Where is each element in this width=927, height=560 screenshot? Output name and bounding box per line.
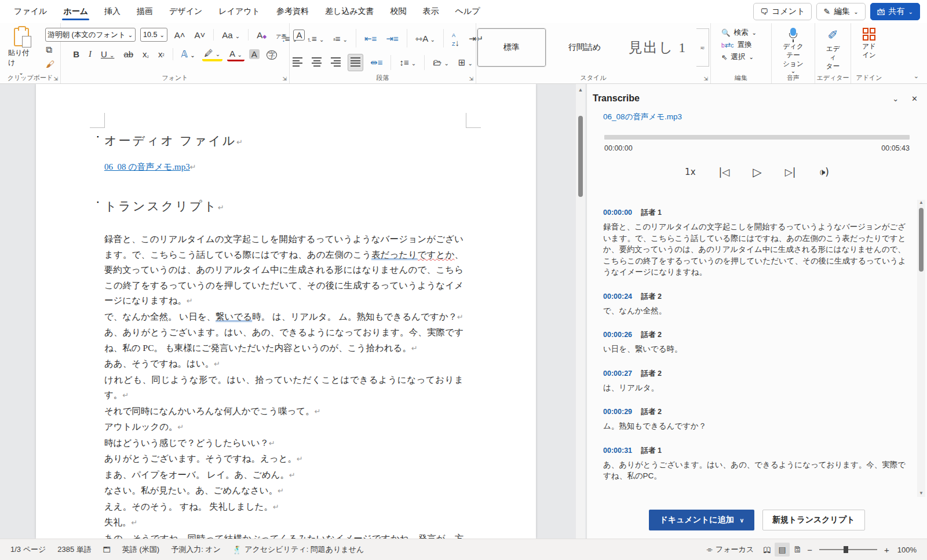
zoom-out-button[interactable]: − <box>805 545 815 555</box>
audio-file-link[interactable]: 06_08 の音声メモ.mp3 <box>104 162 190 171</box>
character-shading-button[interactable]: A <box>249 49 260 59</box>
find-button[interactable]: 🔍検索⌄ <box>719 27 759 39</box>
menu-tab[interactable]: 表示 <box>415 1 447 23</box>
word-count[interactable]: 2385 単語 <box>52 544 97 555</box>
menu-tab[interactable]: 描画 <box>129 1 161 23</box>
transcript-entry[interactable]: 00:00:26 話者 2 い日を、繋いでる時。 <box>603 330 906 355</box>
share-button[interactable]: 🖄 共有 ⌄ <box>870 3 920 20</box>
transcript-entry[interactable]: 00:00:27 話者 2 は、リアルタ。 <box>603 369 906 394</box>
strikethrough-button[interactable]: ab <box>121 48 136 60</box>
increase-indent-button[interactable]: ⇥≡ <box>384 32 400 45</box>
replace-button[interactable]: b⇄c置換 <box>719 39 754 51</box>
font-size-select[interactable]: 10.5⌄ <box>140 28 167 42</box>
character-scale-button[interactable]: ⇿A ⌄ <box>413 32 437 45</box>
entry-timestamp[interactable]: 00:00:00 <box>603 208 632 217</box>
entry-timestamp[interactable]: 00:00:27 <box>603 369 632 378</box>
grow-font-button[interactable]: A˄ <box>172 29 188 41</box>
clear-formatting-button[interactable]: A◆ <box>254 29 269 41</box>
doc-body-text[interactable]: 録音と、このリアルタイムの文字起こしを開始するっていうようなバージョンがございま… <box>104 232 464 539</box>
add-to-document-button[interactable]: ドキュメントに追加 ∨ <box>649 510 754 530</box>
doc-heading-transcript[interactable]: ▪トランスクリプト↵ <box>104 198 464 214</box>
bullets-button[interactable]: ⁚≡ ⌄ <box>280 32 300 45</box>
sort-button[interactable]: AZ↓ <box>450 28 462 49</box>
enclose-characters-button[interactable]: 字 <box>264 48 279 60</box>
dictation-button[interactable]: ディクテー ション ⌄ <box>775 27 811 75</box>
style-heading1[interactable]: 見出し 1 <box>623 28 692 67</box>
menu-tab[interactable]: ヘルプ <box>447 1 488 23</box>
transcript-entry[interactable]: 00:00:00 話者 1 録音と、このリアルタイムの文字起こしを開始するってい… <box>603 208 906 278</box>
style-no-spacing[interactable]: 行間詰め <box>550 28 619 67</box>
pane-collapse-icon[interactable]: ⌄ <box>892 94 899 103</box>
entry-text[interactable]: 録音と、このリアルタイムの文字起こしを開始するっていうようなバージョンがございま… <box>603 221 906 278</box>
numbering-button[interactable]: ⒈≡ ⌄ <box>304 32 326 45</box>
select-button[interactable]: ⇖選択⌄ <box>719 51 756 63</box>
transcript-scrollbar[interactable]: ▲ ▼ <box>917 200 925 497</box>
bold-button[interactable]: B <box>71 48 82 60</box>
entry-text[interactable]: あ、ありがとうございます。はい、あの、できるようになっております。今、実際ですね… <box>603 459 906 482</box>
menu-tab[interactable]: ファイル <box>6 1 55 23</box>
entry-text[interactable]: で、なんか全然。 <box>603 305 906 317</box>
volume-icon[interactable]: 🕩) <box>819 166 829 178</box>
line-spacing-button[interactable]: ↕≡ ⌄ <box>397 56 418 68</box>
zoom-slider[interactable] <box>819 549 877 550</box>
styles-gallery-more-button[interactable]: ≂ <box>696 28 709 67</box>
document-scrollbar-thumb[interactable] <box>578 116 583 197</box>
align-left-button[interactable] <box>290 54 305 71</box>
shading-button[interactable]: 🗁 ⌄ <box>430 56 451 68</box>
font-dialog-launcher-icon[interactable]: ⇲ <box>282 76 287 82</box>
multilevel-list-button[interactable]: ᵃ≡ ⌄ <box>331 32 350 45</box>
entry-timestamp[interactable]: 00:00:29 <box>603 408 632 416</box>
entry-timestamp[interactable]: 00:00:31 <box>603 446 632 455</box>
align-right-button[interactable] <box>329 54 343 71</box>
editor-button[interactable]: ✐ エディ ター <box>819 27 847 72</box>
predictive-input-indicator[interactable]: 予測入力: オン <box>165 544 227 555</box>
change-case-button[interactable]: Aa ⌄ <box>220 29 242 41</box>
subscript-button[interactable]: x₂ <box>140 48 151 60</box>
format-painter-button[interactable]: 🖌 <box>43 58 57 70</box>
zoom-slider-thumb[interactable] <box>844 546 848 553</box>
menu-tab[interactable]: ホーム <box>55 1 96 23</box>
addins-button[interactable]: アド イン <box>857 27 881 61</box>
scroll-up-icon[interactable]: ▲ <box>576 84 585 93</box>
read-mode-icon[interactable]: 🕮 <box>760 543 775 557</box>
entry-timestamp[interactable]: 00:00:26 <box>603 331 632 339</box>
audio-progress-bar[interactable] <box>604 135 910 140</box>
scroll-down-icon[interactable]: ▼ <box>917 491 925 496</box>
play-icon[interactable]: ▷ <box>753 165 761 179</box>
doc-heading-audio[interactable]: ▪オーディオ ファイル↵ <box>104 133 464 149</box>
style-normal[interactable]: 標準 <box>477 28 546 67</box>
entry-text[interactable]: は、リアルタ。 <box>603 382 906 394</box>
align-center-button[interactable] <box>309 54 324 71</box>
text-effects-button[interactable]: 𝔸 ⌄ <box>179 48 198 60</box>
accessibility-status[interactable]: 🕺アクセシビリティ: 問題ありません <box>227 544 370 555</box>
copy-button[interactable]: ⧉ <box>43 43 57 56</box>
web-layout-icon[interactable]: 🖺 <box>790 543 805 557</box>
font-color-button[interactable]: A ⌄ <box>227 47 244 61</box>
menu-tab[interactable]: 校閲 <box>382 1 415 23</box>
entry-timestamp[interactable]: 00:00:24 <box>603 292 632 301</box>
proofing-icon[interactable]: 🗔 <box>97 546 116 554</box>
document-scrollbar[interactable]: ▲ <box>576 84 585 539</box>
language-indicator[interactable]: 英語 (米国) <box>116 544 165 555</box>
zoom-in-button[interactable]: + <box>882 545 892 555</box>
entry-text[interactable]: ム。熟知もできるんですか？ <box>603 420 906 432</box>
justify-button[interactable] <box>348 54 363 71</box>
transcript-entry[interactable]: 00:00:29 話者 2 ム。熟知もできるんですか？ <box>603 407 906 432</box>
italic-button[interactable]: I <box>86 48 94 60</box>
menu-tab[interactable]: 差し込み文書 <box>317 1 382 23</box>
transcript-file-link[interactable]: 06_08の音声メモ.mp3 <box>603 112 682 121</box>
menu-tab[interactable]: 挿入 <box>96 1 129 23</box>
menu-tab[interactable]: デザイン <box>161 1 210 23</box>
borders-button[interactable]: ⊞ ⌄ <box>456 56 475 68</box>
transcript-entry[interactable]: 00:00:24 話者 2 で、なんか全然。 <box>603 292 906 317</box>
distribute-button[interactable]: ⇹≡ <box>368 56 385 68</box>
playback-speed-button[interactable]: 1x <box>685 167 695 177</box>
print-layout-icon[interactable]: ▤ <box>775 543 790 557</box>
transcript-scrollbar-thumb[interactable] <box>919 208 924 272</box>
zoom-level[interactable]: 100% <box>892 546 922 554</box>
editing-mode-button[interactable]: ✎ 編集 ⌄ <box>816 3 865 20</box>
page-indicator[interactable]: 1/3 ページ <box>5 544 52 555</box>
document-page[interactable]: ▪オーディオ ファイル↵ 06_08 の音声メモ.mp3↵ ▪トランスクリプト↵… <box>36 84 536 539</box>
styles-dialog-launcher-icon[interactable]: ⇲ <box>703 76 708 82</box>
transcript-entry[interactable]: 00:00:31 話者 1 あ、ありがとうございます。はい、あの、できるようにな… <box>603 446 906 482</box>
